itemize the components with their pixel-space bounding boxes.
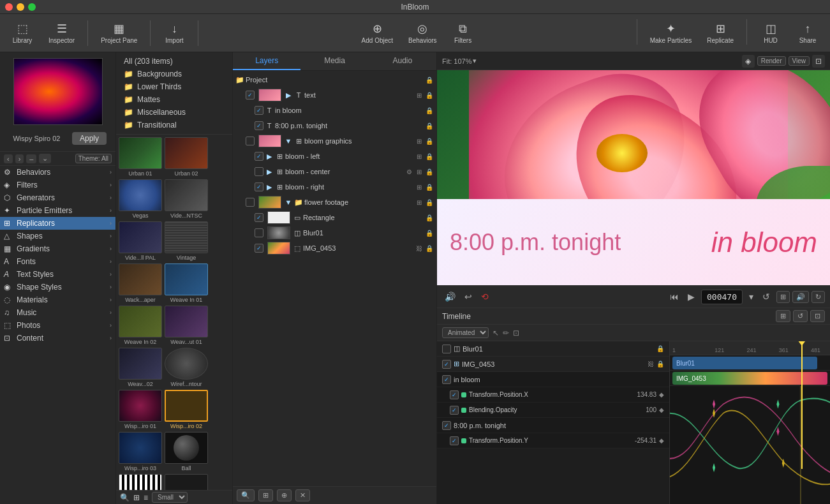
tl-blur01-check[interactable] bbox=[442, 345, 451, 353]
layer-bloom-left[interactable]: ✓ ▶ ⊞ bloom - left ⊞ 🔒 bbox=[233, 149, 436, 164]
layer-bloom-center-checkbox[interactable] bbox=[255, 167, 263, 176]
tl-loop-btn[interactable]: ↺ bbox=[793, 310, 808, 322]
canvas-size-btn[interactable]: ⊡ bbox=[812, 55, 825, 68]
tl-grid-btn[interactable]: ⊞ bbox=[776, 310, 790, 322]
thumb-urban2[interactable]: Urban 02 bbox=[163, 136, 209, 178]
inspector-button[interactable]: ☰ Inspector bbox=[43, 19, 80, 47]
category-generators[interactable]: ⬡ Generators › bbox=[0, 191, 115, 204]
tl-pointer-icon[interactable]: ↖ bbox=[493, 329, 499, 337]
tab-media[interactable]: Media bbox=[300, 52, 368, 70]
tl-expand-icon[interactable]: ⊡ bbox=[513, 329, 519, 337]
category-filters[interactable]: ◈ Filters › bbox=[0, 179, 115, 191]
play-button[interactable]: ▶ bbox=[685, 290, 697, 303]
thumb-weaveu1[interactable]: Weav...ut 01 bbox=[163, 304, 209, 346]
layer-bloom-right[interactable]: ✓ ▶ ⊞ bloom - right ⊞ 🔒 bbox=[233, 179, 436, 195]
layer-rectangle-checkbox[interactable]: ✓ bbox=[255, 213, 263, 222]
category-behaviors[interactable]: ⚙ Behaviors › bbox=[0, 166, 115, 179]
layer-rectangle[interactable]: ✓ ▭ Rectangle 🔒 bbox=[233, 210, 436, 225]
tl-settings-btn[interactable]: ⊡ bbox=[810, 310, 825, 322]
replicate-button[interactable]: ⊞ Replicate bbox=[702, 19, 739, 47]
hud-button[interactable]: ◫ HUD bbox=[755, 19, 787, 47]
subcat-transitional[interactable]: 📁 Transitional bbox=[116, 119, 232, 131]
tl-track-blur01[interactable]: ◫ Blur01 🔒 bbox=[437, 341, 669, 357]
maximize-button[interactable] bbox=[28, 3, 36, 11]
layer-bloom-center[interactable]: ▶ ⊞ bloom - center ⚙ ⊞ 🔒 bbox=[233, 164, 436, 179]
filters-button[interactable]: ⧉ Filters bbox=[447, 19, 479, 47]
subcat-all[interactable]: All (203 items) bbox=[116, 55, 232, 68]
kf-8pm-check[interactable]: ✓ bbox=[442, 421, 451, 430]
delete-layer-button[interactable]: ✕ bbox=[295, 489, 310, 501]
thumb-weavein2[interactable]: Weave In 02 bbox=[117, 304, 163, 346]
theme-select[interactable]: Theme: All bbox=[75, 154, 112, 163]
thumb-vntsc[interactable]: Vide...NTSC bbox=[163, 178, 209, 220]
thumb-weavein1[interactable]: Weave In 01 bbox=[163, 262, 209, 304]
layer-bloom-right-checkbox[interactable]: ✓ bbox=[255, 182, 263, 191]
list-view-icon[interactable]: ≡ bbox=[144, 493, 148, 502]
render-button[interactable]: Render bbox=[757, 56, 786, 66]
category-content[interactable]: ⊡ Content › bbox=[0, 332, 115, 345]
thumb-vintage[interactable]: Vintage bbox=[163, 220, 209, 262]
tab-layers[interactable]: Layers bbox=[233, 52, 300, 70]
project-pane-button[interactable]: ▦ Project Pane bbox=[96, 19, 142, 47]
apply-button[interactable]: Apply bbox=[72, 132, 107, 145]
thumb-weaveo2[interactable]: Weav...02 bbox=[117, 346, 163, 389]
thumb-wack[interactable]: Wack...aper bbox=[117, 262, 163, 304]
nav-up-button[interactable]: – bbox=[26, 154, 36, 163]
animated-select[interactable]: Animated bbox=[442, 327, 489, 338]
clip-blur01[interactable]: Blur01 bbox=[672, 357, 817, 369]
thumb-blank[interactable]: Blank bbox=[163, 473, 209, 490]
layer-text-group[interactable]: ✓ ▶ T text ⊞ 🔒 bbox=[233, 87, 436, 103]
pb-loop-btn[interactable]: ↻ bbox=[811, 291, 825, 303]
thumb-wspiro1[interactable]: Wisp...iro 01 bbox=[117, 389, 163, 431]
thumb-ball[interactable]: Ball bbox=[163, 431, 209, 473]
size-select[interactable]: Small bbox=[152, 492, 188, 503]
redo-button[interactable]: ⟲ bbox=[478, 290, 491, 303]
subcat-backgrounds[interactable]: 📁 Backgrounds bbox=[116, 68, 232, 80]
group-layers-button[interactable]: ⊞ bbox=[258, 489, 273, 501]
subcat-lower-thirds[interactable]: 📁 Lower Thirds bbox=[116, 80, 232, 93]
add-object-button[interactable]: ⊕ Add Object bbox=[357, 19, 398, 47]
loop-button[interactable]: ↺ bbox=[760, 290, 773, 303]
thumb-urban1[interactable]: Urban 01 bbox=[117, 136, 163, 178]
volume-button[interactable]: 🔊 bbox=[442, 290, 458, 303]
layer-flower-footage[interactable]: ▼ 📁 flower footage ⊞ 🔒 bbox=[233, 195, 436, 210]
subcat-miscellaneous[interactable]: 📁 Miscellaneous bbox=[116, 106, 232, 119]
color-picker-btn[interactable]: ◈ bbox=[742, 55, 755, 68]
layer-flower-footage-checkbox[interactable] bbox=[246, 198, 255, 207]
layer-in-bloom[interactable]: ✓ T in bloom 🔒 bbox=[233, 103, 436, 118]
search-layers-button[interactable]: 🔍 bbox=[237, 489, 255, 501]
category-music[interactable]: ♫ Music › bbox=[0, 306, 115, 319]
kf-transform-y-check[interactable]: ✓ bbox=[450, 436, 459, 445]
go-to-start-button[interactable]: ⏮ bbox=[667, 290, 681, 303]
thumb-wireframe[interactable]: Wiref...ntour bbox=[163, 346, 209, 389]
share-button[interactable]: ↑ Share bbox=[792, 19, 824, 47]
clip-img0453[interactable]: IMG_0453 bbox=[672, 372, 827, 385]
category-photos[interactable]: ⬚ Photos › bbox=[0, 319, 115, 332]
undo-button[interactable]: ↩ bbox=[462, 290, 475, 303]
category-fonts[interactable]: A Fonts › bbox=[0, 255, 115, 268]
nav-back-button[interactable]: ‹ bbox=[4, 154, 13, 163]
layer-bloom-graphics[interactable]: ▼ ⊞ bloom graphics ⊞ 🔒 bbox=[233, 133, 436, 149]
kf-transform-x-check[interactable]: ✓ bbox=[450, 390, 459, 399]
nav-forward-button[interactable]: › bbox=[15, 154, 24, 163]
kf-in-bloom-check[interactable]: ✓ bbox=[442, 375, 451, 384]
tl-pen-icon[interactable]: ✏ bbox=[503, 329, 509, 337]
layer-in-bloom-checkbox[interactable]: ✓ bbox=[255, 106, 263, 115]
tab-audio[interactable]: Audio bbox=[369, 52, 436, 70]
subcat-mattes[interactable]: 📁 Mattes bbox=[116, 93, 232, 106]
thumb-strips[interactable]: Strips bbox=[117, 473, 163, 490]
category-gradients[interactable]: ▦ Gradients › bbox=[0, 242, 115, 255]
layer-blur01[interactable]: ◫ Blur01 🔒 bbox=[233, 225, 436, 241]
library-button[interactable]: ⬚ Library bbox=[6, 19, 38, 47]
close-button[interactable] bbox=[5, 3, 13, 11]
add-layer-button[interactable]: ⊕ bbox=[277, 489, 292, 501]
fit-control[interactable]: Fit: 107% ▾ bbox=[442, 57, 477, 65]
category-text-styles[interactable]: A Text Styles › bbox=[0, 268, 115, 281]
make-particles-button[interactable]: ✦ Make Particles bbox=[645, 19, 697, 47]
layer-bloom-graphics-checkbox[interactable] bbox=[246, 137, 255, 145]
kf-opacity-check[interactable]: ✓ bbox=[450, 406, 459, 415]
tl-img0453-check[interactable]: ✓ bbox=[442, 360, 451, 369]
behaviors-button[interactable]: ◎ Behaviors bbox=[403, 19, 441, 47]
layer-8pm-checkbox[interactable]: ✓ bbox=[255, 121, 263, 130]
timecode-display[interactable]: 000470 bbox=[701, 290, 743, 304]
